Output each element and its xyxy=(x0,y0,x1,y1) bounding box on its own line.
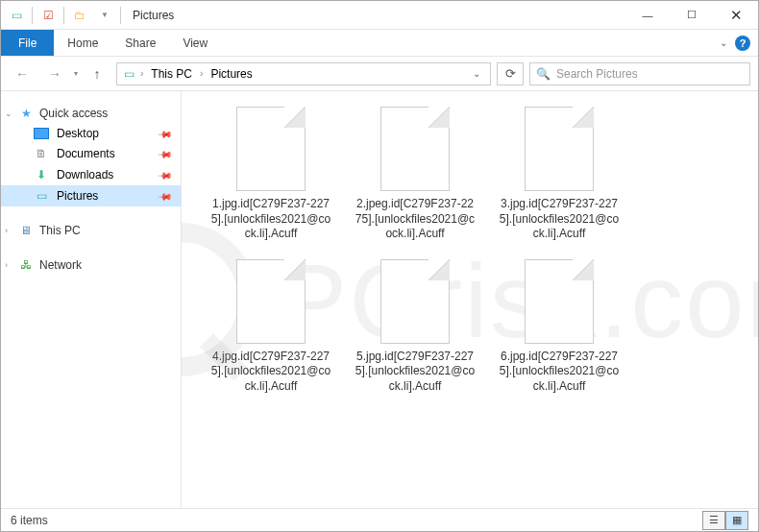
help-icon[interactable]: ? xyxy=(735,36,750,51)
ribbon: File Home Share View ⌄ ? xyxy=(1,30,758,57)
separator xyxy=(63,7,64,24)
ribbon-expand-icon[interactable]: ⌄ xyxy=(720,37,727,48)
file-icon xyxy=(525,259,594,344)
star-icon: ★ xyxy=(18,106,34,121)
sidebar-item-label: Desktop xyxy=(57,127,99,140)
navbar: ← → ▾ ↑ ▭ › This PC › Pictures ⌄ ⟳ 🔍 Sea… xyxy=(1,57,758,91)
chevron-right-icon: › xyxy=(5,260,8,270)
quick-access-label: Quick access xyxy=(39,107,108,120)
back-button[interactable]: ← xyxy=(9,62,36,85)
tab-home[interactable]: Home xyxy=(54,30,111,56)
separator xyxy=(120,7,121,24)
forward-button[interactable]: → xyxy=(41,62,68,85)
file-item[interactable]: 6.jpg.id[C279F237-2275].[unlockfiles2021… xyxy=(499,259,620,395)
view-switcher: ☰ ▦ xyxy=(702,511,748,530)
qat-folder-icon[interactable]: 🗀 xyxy=(68,4,91,27)
file-name: 4.jpg.id[C279F237-2275].[unlockfiles2021… xyxy=(210,350,331,395)
sidebar-item-downloads[interactable]: ⬇ Downloads 📌 xyxy=(1,164,181,185)
separator xyxy=(32,7,33,24)
file-icon xyxy=(380,107,450,191)
file-item[interactable]: 5.jpg.id[C279F237-2275].[unlockfiles2021… xyxy=(355,259,476,395)
explorer-window: ▭ ☑ 🗀 ▼ Pictures — ☐ ✕ File Home Share V… xyxy=(0,0,759,532)
body: ⌄ ★ Quick access Desktop 📌 🗎 Documents 📌… xyxy=(1,91,758,508)
breadcrumb-this-pc[interactable]: This PC xyxy=(147,67,196,81)
history-dropdown-icon[interactable]: ▾ xyxy=(74,69,78,78)
icons-view-button[interactable]: ▦ xyxy=(725,511,748,530)
this-pc-label: This PC xyxy=(39,224,81,237)
sidebar-item-desktop[interactable]: Desktop 📌 xyxy=(1,124,181,143)
file-icon xyxy=(380,259,450,344)
sidebar-quick-access[interactable]: ⌄ ★ Quick access xyxy=(1,103,181,124)
app-icon[interactable]: ▭ xyxy=(5,4,28,27)
file-icon xyxy=(236,259,306,344)
maximize-button[interactable]: ☐ xyxy=(670,1,714,30)
window-controls: — ☐ ✕ xyxy=(625,1,758,30)
chevron-down-icon: ⌄ xyxy=(5,109,12,118)
file-icon xyxy=(525,107,594,191)
pin-icon: 📌 xyxy=(158,126,173,141)
quick-access-toolbar: ▭ ☑ 🗀 ▼ xyxy=(1,4,127,27)
chevron-right-icon[interactable]: › xyxy=(200,68,203,79)
downloads-icon: ⬇ xyxy=(34,167,49,182)
file-name: 6.jpg.id[C279F237-2275].[unlockfiles2021… xyxy=(499,350,620,395)
chevron-right-icon: › xyxy=(5,226,8,235)
file-item[interactable]: 3.jpg.id[C279F237-2275].[unlockfiles2021… xyxy=(499,107,620,242)
details-view-button[interactable]: ☰ xyxy=(702,511,725,530)
sidebar: ⌄ ★ Quick access Desktop 📌 🗎 Documents 📌… xyxy=(1,91,182,508)
network-icon: 🖧 xyxy=(18,257,34,273)
sidebar-this-pc[interactable]: › 🖥 This PC xyxy=(1,220,181,241)
window-title: Pictures xyxy=(127,9,174,22)
search-input[interactable]: 🔍 Search Pictures xyxy=(529,62,750,85)
file-name: 3.jpg.id[C279F237-2275].[unlockfiles2021… xyxy=(499,197,620,242)
documents-icon: 🗎 xyxy=(34,146,49,161)
pin-icon: 📌 xyxy=(158,167,173,182)
file-name: 1.jpg.id[C279F237-2275].[unlockfiles2021… xyxy=(210,197,331,242)
breadcrumb-dropdown-icon[interactable]: ⌄ xyxy=(467,68,486,79)
file-name: 5.jpg.id[C279F237-2275].[unlockfiles2021… xyxy=(355,350,476,395)
file-item[interactable]: 2.jpeg.id[C279F237-2275].[unlockfiles202… xyxy=(355,107,476,242)
sidebar-item-label: Documents xyxy=(57,147,115,160)
file-grid[interactable]: PCrisk.com 1.jpg.id[C279F237-2275].[unlo… xyxy=(182,91,758,508)
chevron-right-icon[interactable]: › xyxy=(140,68,143,79)
item-count: 6 items xyxy=(11,514,48,527)
file-item[interactable]: 4.jpg.id[C279F237-2275].[unlockfiles2021… xyxy=(210,259,331,395)
tab-view[interactable]: View xyxy=(169,30,221,56)
file-tab[interactable]: File xyxy=(1,30,54,56)
titlebar: ▭ ☑ 🗀 ▼ Pictures — ☐ ✕ xyxy=(1,1,758,30)
pc-icon: 🖥 xyxy=(18,223,34,238)
pictures-icon: ▭ xyxy=(34,188,49,204)
search-icon: 🔍 xyxy=(536,67,551,81)
location-icon: ▭ xyxy=(121,66,136,82)
file-item[interactable]: 1.jpg.id[C279F237-2275].[unlockfiles2021… xyxy=(210,107,331,242)
file-icon xyxy=(236,107,306,191)
tab-share[interactable]: Share xyxy=(111,30,169,56)
sidebar-item-pictures[interactable]: ▭ Pictures 📌 xyxy=(1,185,181,206)
sidebar-network[interactable]: › 🖧 Network xyxy=(1,254,181,276)
statusbar: 6 items ☰ ▦ xyxy=(1,508,758,531)
minimize-button[interactable]: — xyxy=(625,1,670,30)
pin-icon: 📌 xyxy=(158,188,173,204)
up-button[interactable]: ↑ xyxy=(84,62,110,85)
sidebar-item-label: Pictures xyxy=(57,189,98,203)
refresh-button[interactable]: ⟳ xyxy=(497,62,524,85)
search-placeholder: Search Pictures xyxy=(556,67,638,81)
network-label: Network xyxy=(39,258,82,272)
desktop-icon xyxy=(34,128,49,139)
qat-properties-icon[interactable]: ☑ xyxy=(37,4,60,27)
pin-icon: 📌 xyxy=(158,146,173,161)
sidebar-item-label: Downloads xyxy=(57,168,113,181)
sidebar-item-documents[interactable]: 🗎 Documents 📌 xyxy=(1,143,181,164)
file-name: 2.jpeg.id[C279F237-2275].[unlockfiles202… xyxy=(355,197,476,242)
qat-dropdown-icon[interactable]: ▼ xyxy=(93,4,116,27)
close-button[interactable]: ✕ xyxy=(714,1,758,30)
breadcrumb-pictures[interactable]: Pictures xyxy=(207,67,256,81)
breadcrumb[interactable]: ▭ › This PC › Pictures ⌄ xyxy=(116,62,491,85)
